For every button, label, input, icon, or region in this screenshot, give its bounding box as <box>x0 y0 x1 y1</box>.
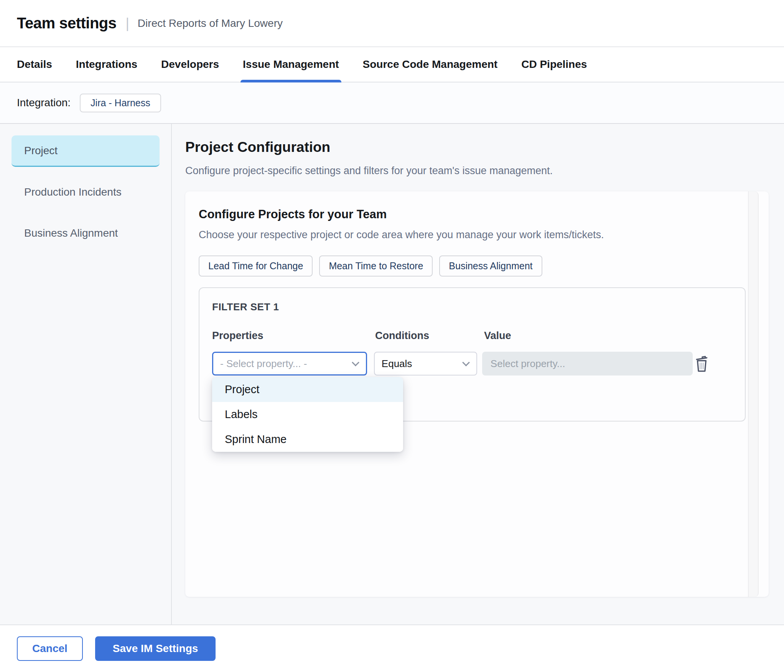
active-tab-indicator <box>240 80 341 82</box>
condition-select-value: Equals <box>382 358 412 370</box>
tab-label: CD Pipelines <box>521 58 587 71</box>
page-header: Team settings | Direct Reports of Mary L… <box>0 0 784 47</box>
card-scrollbar[interactable] <box>748 191 759 597</box>
trash-icon <box>693 353 711 374</box>
value-input[interactable] <box>482 352 693 376</box>
settings-sidebar: Project Production Incidents Business Al… <box>0 124 172 624</box>
chip-business-alignment[interactable]: Business Alignment <box>439 255 542 277</box>
title-separator: | <box>126 15 129 31</box>
dropdown-option-labels[interactable]: Labels <box>212 402 403 427</box>
tab-cd-pipelines[interactable]: CD Pipelines <box>521 47 587 82</box>
filter-set-title: FILTER SET 1 <box>212 301 732 313</box>
integration-chip[interactable]: Jira - Harness <box>80 94 161 112</box>
page-subtitle: Direct Reports of Mary Lowery <box>138 17 283 30</box>
tab-label: Details <box>17 58 52 71</box>
condition-select[interactable]: Equals <box>374 352 477 376</box>
main-panel: Project Configuration Configure project-… <box>172 124 784 624</box>
filter-set-box: FILTER SET 1 Properties Conditions Value… <box>199 287 746 422</box>
chevron-down-icon <box>352 359 359 366</box>
property-select[interactable]: - Select property... - <box>212 352 367 376</box>
tab-label: Developers <box>161 58 219 71</box>
sidebar-item-business-alignment[interactable]: Business Alignment <box>12 217 160 249</box>
properties-column-label: Properties <box>212 330 375 342</box>
integration-label: Integration: <box>17 97 71 109</box>
filter-column-headers: Properties Conditions Value <box>212 330 732 342</box>
conditions-column-label: Conditions <box>375 330 484 342</box>
cancel-button[interactable]: Cancel <box>17 636 83 661</box>
dropdown-option-project[interactable]: Project <box>212 377 403 402</box>
page-title: Team settings <box>17 15 117 32</box>
chip-mean-time-to-restore[interactable]: Mean Time to Restore <box>319 255 433 277</box>
value-column-label: Value <box>484 330 732 342</box>
tab-bar: Details Integrations Developers Issue Ma… <box>0 47 784 82</box>
filter-row: - Select property... - Equals <box>212 352 732 376</box>
metric-chip-row: Lead Time for Change Mean Time to Restor… <box>199 255 753 277</box>
tab-integrations[interactable]: Integrations <box>76 47 137 82</box>
tab-label: Issue Management <box>243 58 339 71</box>
sidebar-item-label: Business Alignment <box>24 227 118 239</box>
tab-label: Integrations <box>76 58 137 71</box>
dropdown-option-sprint-name[interactable]: Sprint Name <box>212 427 403 452</box>
section-title: Project Configuration <box>185 139 769 155</box>
sidebar-item-production-incidents[interactable]: Production Incidents <box>12 176 160 208</box>
content-area: Project Production Incidents Business Al… <box>0 124 784 624</box>
tab-details[interactable]: Details <box>17 47 52 82</box>
card-title: Configure Projects for your Team <box>199 208 753 221</box>
chip-lead-time-for-change[interactable]: Lead Time for Change <box>199 255 313 277</box>
sidebar-item-label: Project <box>24 145 58 157</box>
tab-developers[interactable]: Developers <box>161 47 219 82</box>
sidebar-item-label: Production Incidents <box>24 186 122 198</box>
tab-source-code-management[interactable]: Source Code Management <box>363 47 498 82</box>
sidebar-item-project[interactable]: Project <box>12 135 160 167</box>
configure-projects-card: Configure Projects for your Team Choose … <box>185 191 769 597</box>
delete-filter-button[interactable] <box>693 353 711 374</box>
chevron-down-icon <box>462 359 470 366</box>
integration-row: Integration: Jira - Harness <box>0 82 784 124</box>
tab-label: Source Code Management <box>363 58 498 71</box>
property-dropdown: Project Labels Sprint Name <box>212 377 403 452</box>
section-description: Configure project-specific settings and … <box>185 165 769 177</box>
tab-issue-management[interactable]: Issue Management <box>243 47 339 82</box>
property-select-value: - Select property... - <box>220 358 307 370</box>
card-description: Choose your respective project or code a… <box>199 229 753 241</box>
footer-actions: Cancel Save IM Settings <box>0 624 784 672</box>
save-im-settings-button[interactable]: Save IM Settings <box>95 636 216 661</box>
